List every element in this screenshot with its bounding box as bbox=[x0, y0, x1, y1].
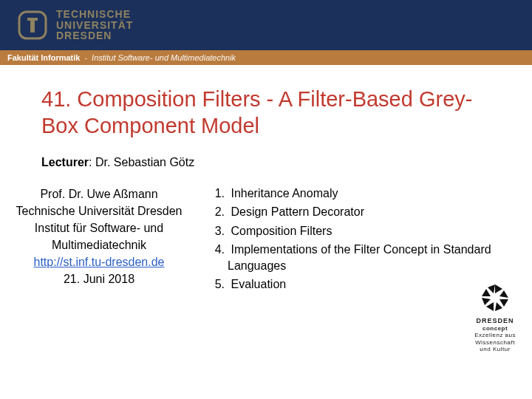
breadcrumb: Fakultät Informatik - Institut Software-… bbox=[0, 50, 532, 65]
dresden-concept-badge: DRESDEN concept Exzellenz aus Wissenscha… bbox=[474, 280, 516, 353]
header-bar: TECHNISCHE UNIVERSITÄT DRESDEN bbox=[0, 0, 532, 50]
author-affil1: Technische Universität Dresden bbox=[10, 202, 188, 219]
uni-line-2: UNIVERSITÄT bbox=[56, 20, 133, 31]
concept-l4: Wissenschaft bbox=[474, 339, 516, 347]
lecturer-name: Dr. Sebastian Götz bbox=[95, 156, 194, 168]
concept-l3: Exzellenz aus bbox=[474, 332, 516, 339]
concept-l5: und Kultur bbox=[474, 346, 516, 353]
svg-rect-2 bbox=[30, 18, 35, 33]
breadcrumb-institute: Institut Software- und Multimediatechnik bbox=[92, 53, 236, 62]
slide-title: 41. Composition Filters - A Filter-Based… bbox=[0, 65, 532, 147]
lecturer-label: Lecturer bbox=[41, 156, 89, 168]
outline-item: 4. Implementations of the Filter Concept… bbox=[210, 242, 528, 273]
aperture-icon bbox=[477, 280, 513, 316]
uni-line-3: DRESDEN bbox=[56, 30, 133, 41]
outline-block: 1. Inheritance Anomaly 2. Design Pattern… bbox=[192, 185, 528, 296]
concept-l1: DRESDEN bbox=[474, 317, 516, 325]
outline-item: 2. Design Pattern Decorator bbox=[210, 204, 528, 220]
uni-line-1: TECHNISCHE bbox=[56, 9, 133, 20]
outline-item: 3. Composition Filters bbox=[210, 223, 528, 239]
lecturer-line: Lecturer: Dr. Sebastian Götz bbox=[0, 147, 532, 169]
concept-l2: concept bbox=[474, 325, 516, 332]
author-url[interactable]: http://st.inf.tu-dresden.de bbox=[34, 256, 165, 268]
breadcrumb-faculty: Fakultät Informatik bbox=[7, 53, 80, 62]
slide: TECHNISCHE UNIVERSITÄT DRESDEN Fakultät … bbox=[0, 0, 532, 399]
slide-date: 21. Juni 2018 bbox=[10, 270, 188, 287]
outline-item: 1. Inheritance Anomaly bbox=[210, 185, 528, 202]
breadcrumb-sep: - bbox=[84, 53, 87, 62]
outline-list: 1. Inheritance Anomaly 2. Design Pattern… bbox=[210, 185, 528, 293]
author-block: Prof. Dr. Uwe Aßmann Technische Universi… bbox=[0, 185, 192, 296]
author-name: Prof. Dr. Uwe Aßmann bbox=[10, 185, 188, 202]
content-columns: Prof. Dr. Uwe Aßmann Technische Universi… bbox=[0, 169, 532, 296]
university-name: TECHNISCHE UNIVERSITÄT DRESDEN bbox=[56, 9, 133, 41]
tud-logo-icon bbox=[18, 10, 47, 40]
author-affil2: Institut für Software- und Multimediatec… bbox=[10, 219, 188, 253]
university-logo: TECHNISCHE UNIVERSITÄT DRESDEN bbox=[18, 9, 133, 41]
